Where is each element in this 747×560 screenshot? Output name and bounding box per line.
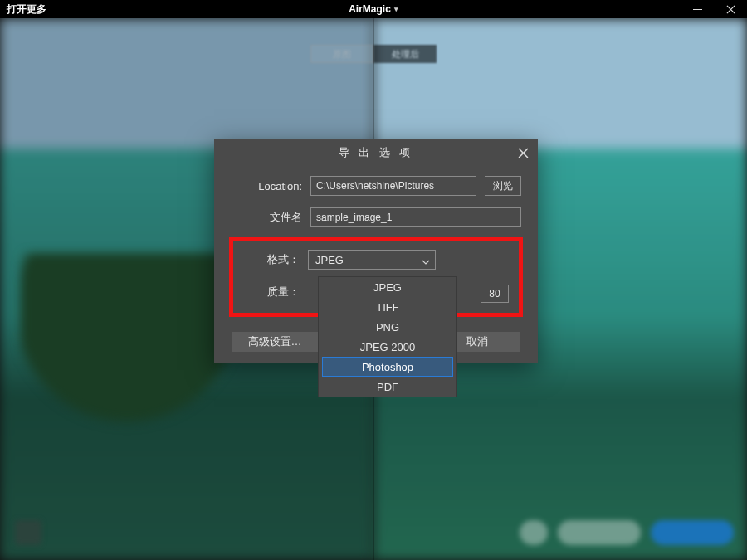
format-option-photoshop[interactable]: Photoshop — [322, 357, 453, 377]
quality-label: 质量： — [243, 285, 300, 299]
titlebar: 打开更多 AirMagic ▾ — [0, 0, 747, 18]
format-option-jpeg2000[interactable]: JPEG 2000 — [319, 337, 456, 357]
location-row: Location: C:\Users\netshine\Pictures 浏览 — [231, 176, 521, 196]
open-more-button[interactable]: 打开更多 — [7, 2, 46, 17]
dialog-header: 导 出 选 项 — [214, 139, 538, 166]
compare-toggle-original[interactable]: 原图 — [310, 45, 374, 63]
compare-toggle: 原图 处理后 — [310, 45, 437, 63]
window-controls — [681, 0, 747, 18]
app-title-text: AirMagic — [349, 3, 391, 15]
format-label: 格式： — [243, 252, 300, 267]
compare-toggle-processed[interactable]: 处理后 — [374, 45, 437, 63]
format-dropdown: JPEG TIFF PNG JPEG 2000 Photoshop PDF — [318, 276, 457, 397]
bottom-right-buttons-blur — [520, 520, 734, 545]
dialog-close-button[interactable] — [515, 144, 531, 161]
quality-value-input[interactable]: 80 — [481, 285, 509, 303]
filename-row: 文件名 sample_image_1 — [231, 207, 521, 227]
browse-button[interactable]: 浏览 — [485, 176, 521, 196]
format-quality-highlight: 格式： JPEG 质量： 80 JPEG TIFF PNG JPEG 2000 — [229, 237, 523, 317]
app-title-dropdown-icon[interactable]: ▾ — [394, 5, 398, 13]
filename-input[interactable]: sample_image_1 — [310, 207, 521, 227]
window-minimize-button[interactable] — [681, 0, 714, 18]
format-option-tiff[interactable]: TIFF — [319, 297, 456, 317]
window-close-button[interactable] — [714, 0, 747, 18]
export-dialog: 导 出 选 项 Location: C:\Users\netshine\Pict… — [214, 139, 538, 363]
format-select[interactable]: JPEG — [308, 250, 436, 270]
app-title: AirMagic ▾ — [349, 3, 398, 15]
format-option-jpeg[interactable]: JPEG — [319, 277, 456, 297]
close-icon — [726, 5, 735, 14]
format-row: 格式： JPEG — [243, 250, 509, 270]
filename-label: 文件名 — [231, 210, 302, 225]
advanced-settings-button[interactable]: 高级设置… — [232, 332, 318, 352]
location-label: Location: — [231, 180, 302, 192]
format-option-pdf[interactable]: PDF — [319, 377, 456, 397]
format-select-value: JPEG — [315, 254, 344, 266]
close-icon — [518, 148, 529, 158]
location-field[interactable]: C:\Users\netshine\Pictures — [310, 176, 476, 196]
chevron-down-icon — [422, 256, 430, 265]
format-option-png[interactable]: PNG — [319, 317, 456, 337]
dialog-body: Location: C:\Users\netshine\Pictures 浏览 … — [214, 166, 538, 329]
bottom-left-button-blur — [15, 520, 42, 545]
dialog-title: 导 出 选 项 — [339, 145, 414, 160]
